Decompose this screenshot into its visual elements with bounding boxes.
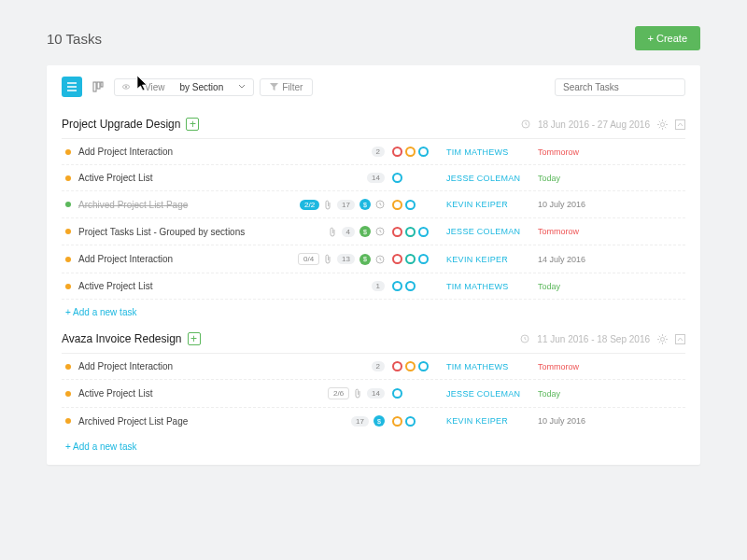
status-dot [65, 175, 71, 181]
assignee[interactable]: TIM MATHEWS [446, 362, 530, 371]
view-list-icon[interactable] [62, 77, 82, 97]
assignee[interactable]: JESSE COLEMAN [446, 174, 530, 183]
view-value: by Section [180, 82, 224, 92]
collapse-icon[interactable] [675, 119, 685, 130]
clock-icon [521, 119, 530, 129]
tag-ring [392, 227, 402, 237]
task-row[interactable]: Project Tasks List - Grouped by sections… [62, 218, 685, 245]
section-date-range: 11 Jun 2016 - 18 Sep 2016 [537, 334, 650, 344]
tag-ring [418, 254, 429, 264]
status-dot [65, 202, 71, 207]
assignee[interactable]: KEVIN KEIPER [446, 255, 530, 264]
svg-rect-14 [676, 334, 685, 343]
tag-rings [392, 227, 439, 237]
tag-rings [392, 147, 439, 157]
task-row[interactable]: Add Project Interaction0/413$KEVIN KEIPE… [62, 245, 685, 273]
count-badge: 14 [367, 173, 385, 183]
task-badges: 0/413$ [291, 253, 385, 265]
tag-rings [392, 200, 439, 210]
add-section-task-button[interactable]: + [188, 332, 201, 345]
task-badges: 14 [291, 173, 385, 183]
task-row[interactable]: Add Project Interaction2TIM MATHEWSTommo… [62, 354, 685, 380]
task-row[interactable]: Archived Project List Page17$KEVIN KEIPE… [62, 408, 685, 434]
clock-icon [375, 255, 385, 264]
task-row[interactable]: Add Project Interaction2TIM MATHEWSTommo… [62, 139, 685, 165]
add-section-task-button[interactable]: + [186, 118, 199, 131]
due-date: Today [538, 282, 594, 291]
task-name: Add Project Interaction [78, 361, 284, 371]
view-dropdown[interactable]: View by Section [114, 78, 254, 96]
tag-rings [392, 361, 439, 371]
due-date: Tommorow [538, 227, 594, 236]
task-row[interactable]: Active Project List14JESSE COLEMANToday [62, 165, 685, 191]
gear-icon[interactable] [657, 334, 668, 344]
assignee[interactable]: JESSE COLEMAN [446, 227, 530, 236]
tag-ring [392, 173, 402, 183]
tag-rings [392, 254, 439, 264]
task-badges: 4$ [291, 226, 385, 237]
tag-rings [392, 281, 439, 291]
task-name: Add Project Interaction [78, 254, 284, 264]
task-name: Active Project List [78, 388, 284, 399]
tag-ring [392, 254, 402, 264]
due-date: Today [538, 389, 594, 399]
create-button[interactable]: + Create [635, 26, 701, 50]
count-badge: 13 [337, 254, 355, 264]
search-input[interactable] [563, 82, 682, 92]
count-badge: 2 [372, 361, 385, 371]
svg-point-13 [661, 337, 665, 341]
collapse-icon[interactable] [675, 334, 685, 344]
filter-icon [270, 83, 278, 91]
due-date: 14 July 2016 [538, 255, 594, 264]
tag-ring [392, 281, 402, 291]
add-task-link[interactable]: + Add a new task [62, 434, 685, 459]
attachment-icon [324, 200, 332, 210]
task-row[interactable]: Active Project List1TIM MATHEWSToday [62, 273, 685, 300]
tag-rings [392, 173, 439, 183]
status-dot [65, 257, 71, 262]
count-badge: 17 [337, 200, 355, 210]
assignee[interactable]: TIM MATHEWS [446, 282, 530, 291]
task-card: View by Section Filter Project Upgrade D… [47, 65, 700, 465]
due-date: Tommorow [538, 362, 594, 371]
svg-rect-0 [93, 82, 96, 91]
svg-point-4 [125, 86, 127, 88]
task-row[interactable]: Active Project List2/614JESSE COLEMANTod… [62, 380, 685, 408]
task-name: Archived Project List Page [78, 200, 284, 210]
search-box[interactable] [555, 78, 685, 96]
task-name: Project Tasks List - Grouped by sections [78, 227, 284, 237]
assignee[interactable]: KEVIN KEIPER [446, 416, 530, 426]
gear-icon[interactable] [657, 119, 668, 130]
tag-rings [392, 416, 439, 427]
tag-ring [392, 200, 402, 210]
due-date: 10 July 2016 [538, 416, 594, 426]
assignee[interactable]: JESSE COLEMAN [446, 389, 530, 399]
view-board-icon[interactable] [88, 77, 108, 97]
tag-ring [405, 147, 416, 157]
status-dot [65, 229, 71, 234]
eye-icon [122, 83, 130, 91]
task-row[interactable]: Archived Project List Page2/217$KEVIN KE… [62, 191, 685, 218]
due-date: Today [538, 174, 594, 183]
task-badges: 2/614 [291, 387, 385, 399]
assignee[interactable]: KEVIN KEIPER [446, 200, 530, 209]
task-badges: 2/217$ [291, 199, 385, 210]
attachment-icon [329, 227, 337, 237]
attachment-icon [354, 388, 362, 399]
add-task-link[interactable]: + Add a new task [62, 300, 685, 325]
task-name: Add Project Interaction [78, 147, 284, 157]
due-date: Tommorow [538, 147, 594, 157]
tag-ring [392, 147, 402, 157]
tag-ring [405, 416, 416, 427]
page-title: 10 Tasks [47, 31, 102, 47]
tag-ring [405, 281, 416, 291]
clock-icon [375, 200, 385, 209]
progress-badge: 0/4 [298, 253, 319, 265]
count-badge: 17 [351, 416, 369, 427]
task-badges: 2 [291, 361, 385, 371]
tag-ring [418, 227, 429, 237]
tag-ring [405, 200, 416, 210]
view-label: View [145, 82, 165, 92]
filter-button[interactable]: Filter [260, 78, 313, 96]
assignee[interactable]: TIM MATHEWS [446, 147, 530, 157]
